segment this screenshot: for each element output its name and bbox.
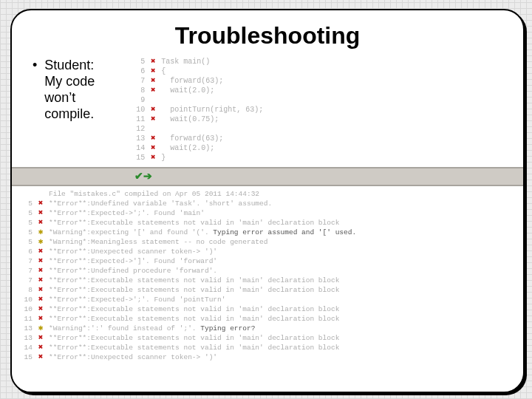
error-marker-icon — [148, 95, 158, 105]
bullet-item: • Student: My code won’t compile. — [33, 57, 118, 122]
warning-icon: ✱ — [35, 237, 46, 247]
compiler-output-pane: 555556777810101113131415 ✖✖✖✱✱✖✖✖✖✖✖✖✖✱✖… — [12, 186, 523, 362]
error-icon: ✖ — [35, 295, 46, 304]
slide-card: Troubleshooting • Student: My code won’t… — [10, 9, 525, 393]
error-icon: ✖ — [35, 343, 46, 352]
error-markers: ✖✖✖✱✱✖✖✖✖✖✖✖✖✱✖✖✖ — [35, 189, 46, 362]
code-error-markers: ✖✖✖✖ ✖✖ ✖✖✖ — [148, 57, 158, 163]
error-icon: ✖ — [35, 304, 46, 314]
error-marker-icon: ✖ — [148, 134, 158, 143]
slide-body: • Student: My code won’t compile. 567891… — [12, 57, 523, 163]
error-marker-icon: ✖ — [148, 76, 158, 86]
error-marker-icon: ✖ — [148, 66, 158, 76]
bullet-line-2: My code — [44, 73, 118, 89]
error-marker-icon: ✖ — [148, 153, 158, 163]
error-icon: ✖ — [35, 352, 46, 362]
error-icon: ✖ — [35, 266, 46, 276]
code-text: Task main(){ forward(63); wait(2.0); poi… — [158, 57, 523, 163]
error-icon: ✖ — [35, 333, 46, 343]
error-icon: ✖ — [35, 199, 46, 208]
error-messages: File "mistakes.c" compiled on Apr 05 201… — [46, 189, 523, 362]
error-marker-icon: ✖ — [148, 143, 158, 153]
bullet-line-4: compile. — [44, 106, 118, 122]
error-line-numbers: 555556777810101113131415 — [12, 189, 35, 362]
error-marker-icon: ✖ — [148, 115, 158, 124]
error-icon: ✖ — [35, 247, 46, 256]
bullet-line-3: won’t — [44, 89, 118, 106]
error-marker-icon: ✖ — [148, 57, 158, 66]
compiler-toolbar: ✔➔ — [12, 167, 523, 186]
bullet-marker: • — [33, 57, 37, 73]
error-marker-icon: ✖ — [148, 105, 158, 115]
bullet-line-1: Student: — [44, 57, 118, 73]
code-pane: 56789101112131415 ✖✖✖✖ ✖✖ ✖✖✖ Task main(… — [129, 57, 523, 163]
error-icon: ✖ — [35, 285, 46, 295]
slide-title: Troubleshooting — [12, 22, 523, 50]
warning-icon: ✱ — [35, 324, 46, 333]
error-icon: ✖ — [35, 208, 46, 218]
error-icon: ✖ — [35, 218, 46, 228]
bullet-text: Student: My code won’t compile. — [44, 57, 118, 122]
error-icon: ✖ — [35, 314, 46, 324]
code-line-numbers: 56789101112131415 — [129, 57, 148, 163]
error-marker-icon: ✖ — [148, 86, 158, 95]
run-icon[interactable]: ✔➔ — [134, 170, 152, 182]
warning-icon: ✱ — [35, 228, 46, 237]
error-icon: ✖ — [35, 276, 46, 285]
error-icon: ✖ — [35, 256, 46, 266]
error-marker-icon — [148, 124, 158, 134]
